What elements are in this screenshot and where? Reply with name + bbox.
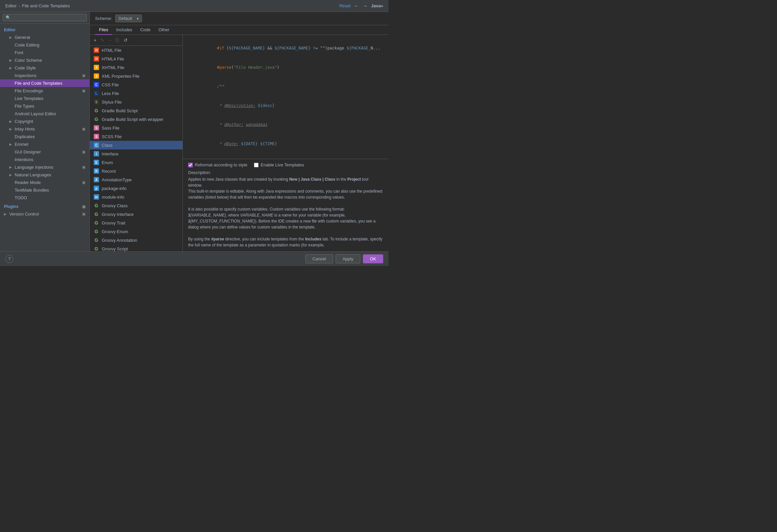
remove-template-button[interactable]: − <box>107 37 112 43</box>
sidebar-item-language-injections[interactable]: ▶ Language Injections ▣ <box>0 163 89 171</box>
sidebar-item-font[interactable]: Font <box>0 49 89 56</box>
chevron-right-icon: ▶ <box>9 120 12 123</box>
list-item[interactable]: G Groovy Annotation <box>90 236 183 244</box>
item-label: Groovy Trait <box>102 221 125 226</box>
code-line-4: * @Description: ${desc} <box>188 96 383 116</box>
plugins-badge: ▣ <box>82 205 85 209</box>
apply-button[interactable]: Apply <box>336 254 361 263</box>
help-button[interactable]: ? <box>5 255 13 263</box>
tab-other[interactable]: Other <box>154 25 174 35</box>
sidebar-item-file-encodings[interactable]: File Encodings ▣ <box>0 87 89 95</box>
sidebar-item-color-scheme[interactable]: ▶ Color Scheme <box>0 56 89 64</box>
list-item[interactable]: S Stylus File <box>90 98 183 106</box>
sidebar-item-gui-designer[interactable]: GUI Designer ▣ <box>0 148 89 156</box>
tab-includes[interactable]: Includes <box>112 25 136 35</box>
html-file-icon: H <box>94 47 99 53</box>
list-item[interactable]: C CSS File <box>90 80 183 89</box>
tab-code[interactable]: Code <box>136 25 154 35</box>
item-label: XHTML File <box>102 65 124 70</box>
sidebar-item-file-code-templates[interactable]: File and Code Templates <box>0 80 89 87</box>
sidebar-item-todo[interactable]: TODO <box>0 194 89 202</box>
sidebar-item-duplicates[interactable]: Duplicates <box>0 133 89 140</box>
code-line-6: * @Date: ${DATE} ${TIME} <box>188 134 383 154</box>
sidebar-item-reader-mode[interactable]: Reader Mode ▣ <box>0 179 89 186</box>
live-templates-label: Enable Live Templates <box>260 162 304 167</box>
sidebar-section-editor: Editor <box>0 25 89 33</box>
code-line-3: /** <box>188 77 383 96</box>
back-arrow[interactable]: ← <box>354 3 359 9</box>
list-item[interactable]: R Record <box>90 167 183 175</box>
chevron-right-icon: ▶ <box>9 35 12 39</box>
item-label: HTML4 File <box>102 56 124 61</box>
list-item[interactable]: H HTML4 File <box>90 54 183 63</box>
cancel-button[interactable]: Cancel <box>305 254 333 263</box>
sidebar-item-label: Version Control <box>9 212 39 217</box>
sidebar-item-live-templates[interactable]: Live Templates <box>0 95 89 102</box>
sidebar-item-intentions[interactable]: Intentions <box>0 156 89 163</box>
list-item[interactable]: G Gradle Build Script <box>90 106 183 115</box>
top-bar-actions: Reset ← → Java» <box>339 3 383 9</box>
sidebar-item-label: Code Style <box>15 65 36 71</box>
sidebar-item-copyright[interactable]: ▶ Copyright <box>0 118 89 125</box>
xhtml-file-icon: X <box>94 65 99 70</box>
copy-template-button[interactable]: ⿻ <box>114 37 121 43</box>
main-layout: Editor ▶ General Code Editing Font ▶ Col… <box>0 12 388 251</box>
item-label: Groovy Annotation <box>102 238 137 243</box>
sidebar-item-label: File and Code Templates <box>15 81 63 86</box>
sidebar-item-code-style[interactable]: ▶ Code Style <box>0 64 89 72</box>
forward-arrow[interactable]: → <box>362 3 368 9</box>
sass-file-icon: S <box>94 125 99 131</box>
sidebar-item-label: Copyright <box>15 119 33 124</box>
sidebar-item-label: Emmet <box>15 142 28 147</box>
list-item[interactable]: G Groovy Interface <box>90 210 183 219</box>
list-item[interactable]: S SCSS File <box>90 132 183 141</box>
xml-properties-icon: X <box>94 74 99 79</box>
ok-button[interactable]: OK <box>363 254 383 263</box>
list-item[interactable]: L Less File <box>90 89 183 98</box>
list-item[interactable]: S Sass File <box>90 124 183 132</box>
list-item[interactable]: G Groovy Enum <box>90 227 183 236</box>
live-templates-checkbox-item[interactable]: Enable Live Templates <box>254 162 304 167</box>
reformat-label: Reformat according to style <box>195 162 247 167</box>
sidebar-item-inspections[interactable]: Inspections ▣ <box>0 72 89 80</box>
item-label: Interface <box>102 151 119 156</box>
list-item[interactable]: p package-info <box>90 184 183 192</box>
list-item[interactable]: I Interface <box>90 149 183 158</box>
sidebar-item-general[interactable]: ▶ General <box>0 33 89 41</box>
list-item[interactable]: X XML Properties File <box>90 72 183 80</box>
sidebar-item-android-layout-editor[interactable]: Android Layout Editor <box>0 110 89 118</box>
sidebar-item-code-editing[interactable]: Code Editing <box>0 41 89 49</box>
sidebar-item-label: GUI Designer <box>15 149 41 154</box>
reformat-checkbox-item[interactable]: Reformat according to style <box>188 162 247 167</box>
list-item[interactable]: G Groovy Class <box>90 201 183 210</box>
sidebar-search-input[interactable] <box>3 14 87 21</box>
scheme-select[interactable]: Default <box>115 15 142 22</box>
sidebar-item-emmet[interactable]: ▶ Emmet <box>0 140 89 148</box>
code-editor[interactable]: #if (${PACKAGE_NAME} && ${PACKAGE_NAME} … <box>183 35 388 159</box>
list-item[interactable]: G Groovy Script <box>90 244 183 251</box>
sidebar-item-inlay-hints[interactable]: ▶ Inlay Hints ▣ <box>0 125 89 133</box>
reset-template-button[interactable]: ↺ <box>122 37 129 43</box>
sidebar-item-natural-languages[interactable]: ▶ Natural Languages <box>0 171 89 179</box>
list-item[interactable]: G Groovy Trait <box>90 219 183 227</box>
tab-files[interactable]: Files <box>95 25 112 35</box>
reset-button[interactable]: Reset <box>339 3 351 8</box>
sidebar-item-textmate-bundles[interactable]: TextMate Bundles <box>0 186 89 194</box>
list-item[interactable]: X XHTML File <box>90 63 183 72</box>
list-item[interactable]: A AnnotationType <box>90 175 183 184</box>
edit-template-button[interactable]: ✎ <box>99 37 106 43</box>
add-template-button[interactable]: + <box>92 37 98 43</box>
list-item[interactable]: G Gradle Build Script with wrapper <box>90 115 183 124</box>
list-item[interactable]: m module-info <box>90 192 183 201</box>
sidebar-item-label: Font <box>15 50 23 55</box>
annotation-type-icon: A <box>94 177 99 182</box>
sidebar-item-version-control[interactable]: ▶ Version Control ▣ <box>0 210 89 218</box>
sidebar-badge: ▣ <box>82 74 85 78</box>
scheme-select-wrapper: Default <box>115 15 142 22</box>
reformat-checkbox[interactable] <box>188 163 193 167</box>
sidebar-item-file-types[interactable]: File Types <box>0 102 89 110</box>
live-templates-checkbox[interactable] <box>254 163 258 167</box>
list-item[interactable]: E Enum <box>90 158 183 167</box>
list-item[interactable]: C Class <box>90 141 183 149</box>
list-item[interactable]: H HTML File <box>90 46 183 54</box>
